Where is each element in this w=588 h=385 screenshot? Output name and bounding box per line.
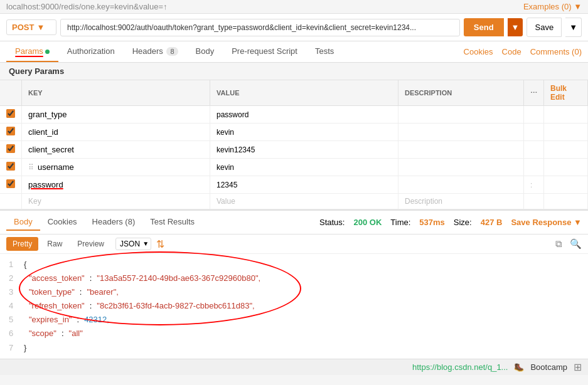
col-val-header: VALUE	[210, 80, 398, 106]
placeholder-value[interactable]: Value	[210, 194, 398, 209]
time-value: 537ms	[419, 218, 444, 227]
tab-authorization[interactable]: Authorization	[58, 41, 124, 62]
row-more[interactable]: :	[524, 176, 544, 194]
row-value: 12345	[210, 176, 398, 194]
table-row: grant_typepassword	[0, 106, 588, 124]
send-dropdown-button[interactable]: ▼	[508, 18, 523, 36]
row-desc	[398, 159, 524, 176]
status-area: Status: 200 OK Time: 537ms Size: 427 B S…	[319, 218, 582, 227]
table-row: password12345:	[0, 176, 588, 194]
resp-tab-cookies[interactable]: Cookies	[40, 214, 85, 231]
size-label: Size:	[454, 218, 472, 227]
boot-icon: 🥾	[514, 362, 524, 372]
tab-pre-request[interactable]: Pre-request Script	[223, 41, 306, 62]
row-desc	[398, 124, 524, 141]
row-more[interactable]	[524, 141, 544, 159]
bottom-bar: https://blog.csdn.net/q_1... 🥾 Bootcamp …	[0, 359, 588, 375]
row-key: client_id	[22, 124, 210, 141]
col-more: ⋯	[524, 80, 544, 106]
time-label: Time:	[390, 218, 410, 227]
row-more[interactable]	[524, 159, 544, 176]
row-value: password	[210, 106, 398, 124]
json-line: 4 "refresh_token": "8c2b3f61-63fd-4acb-9…	[9, 299, 579, 313]
row-checkbox[interactable]	[6, 144, 15, 153]
send-button[interactable]: Send	[464, 18, 504, 36]
json-line: 2 "access_token": "13a5a557-2140-49bd-ae…	[9, 272, 579, 285]
tab-params[interactable]: Params	[6, 41, 58, 62]
status-value: 200 OK	[353, 218, 382, 227]
row-desc	[398, 176, 524, 194]
save-dropdown-button[interactable]: ▼	[565, 18, 582, 37]
save-response-button[interactable]: Save Response ▼	[511, 218, 582, 227]
row-checkbox[interactable]	[6, 179, 15, 188]
bulk-edit-btn[interactable]: Bulk Edit	[544, 80, 588, 106]
row-value: kevin	[210, 159, 398, 176]
col-check	[0, 80, 22, 106]
save-button[interactable]: Save	[527, 18, 562, 37]
json-format-select[interactable]: JSON XML HTML Text	[115, 238, 151, 250]
col-key-header: KEY	[22, 80, 210, 106]
col-desc-header: DESCRIPTION	[398, 80, 524, 106]
tab-body[interactable]: Body	[187, 41, 223, 62]
json-format-select-wrap: JSON XML HTML Text ▼	[115, 238, 151, 250]
json-line: 7}	[9, 341, 579, 355]
resp-tab-test-results[interactable]: Test Results	[142, 214, 202, 231]
json-line: 5 "expires_in": 42312,	[9, 313, 579, 327]
tab-tests[interactable]: Tests	[306, 41, 343, 62]
tab-right: Cookies Code Comments (0)	[464, 47, 582, 56]
resp-tab-headers[interactable]: Headers (8)	[85, 214, 143, 231]
row-checkbox[interactable]	[6, 109, 15, 118]
placeholder-key[interactable]: Key	[22, 194, 210, 209]
row-checkbox[interactable]	[6, 127, 15, 135]
table-placeholder-row: Key Value Description	[0, 194, 588, 209]
row-checkbox[interactable]	[6, 162, 15, 171]
response-bar: Body Cookies Headers (8) Test Results St…	[0, 209, 588, 235]
row-key: grant_type	[22, 106, 210, 124]
status-label: Status:	[319, 218, 345, 227]
size-value: 427 B	[481, 218, 503, 227]
row-key: client_secret	[22, 141, 210, 159]
search-icon[interactable]: 🔍	[570, 238, 582, 250]
json-line: 6 "scope": "all"	[9, 327, 579, 340]
breadcrumb-text: localhost:9000/redis/one.key=kevin&value…	[6, 2, 168, 11]
drag-handle[interactable]: ⠿	[28, 163, 34, 172]
filter-icon[interactable]: ⇅	[156, 238, 164, 250]
response-tabs: Body Cookies Headers (8) Test Results	[6, 214, 202, 231]
resp-tab-body[interactable]: Body	[6, 214, 40, 231]
tab-headers[interactable]: Headers 8	[124, 41, 187, 62]
cookies-link[interactable]: Cookies	[464, 47, 493, 56]
copy-icon[interactable]: ⧉	[555, 238, 562, 250]
row-key: ⠿username	[22, 159, 210, 176]
row-more[interactable]	[524, 106, 544, 124]
tabs-row: Params Authorization Headers 8 Body Pre-…	[0, 41, 588, 63]
row-desc	[398, 106, 524, 124]
grid-icon: ⊞	[574, 361, 582, 373]
placeholder-desc[interactable]: Description	[398, 194, 524, 209]
table-row: ⠿usernamekevin	[0, 159, 588, 176]
section-header: Query Params	[0, 63, 588, 80]
method-select[interactable]: POST ▼	[6, 19, 56, 35]
toolbar: POST ▼ Send ▼ Save ▼	[0, 14, 588, 41]
method-dropdown-icon: ▼	[36, 23, 45, 32]
breadcrumb-bar: localhost:9000/redis/one.key=kevin&value…	[0, 0, 588, 14]
examples-link[interactable]: Examples (0) ▼	[523, 2, 582, 11]
table-row: client_secretkevin12345	[0, 141, 588, 159]
json-line: 3 "token_type": "bearer",	[9, 285, 579, 299]
json-output: 1{2 "access_token": "13a5a557-2140-49bd-…	[0, 254, 588, 359]
comments-link[interactable]: Comments (0)	[530, 47, 582, 56]
table-row: client_idkevin	[0, 124, 588, 141]
inner-tab-raw[interactable]: Raw	[41, 237, 68, 251]
query-params-section: Query Params KEY VALUE DESCRIPTION ⋯ Bul…	[0, 63, 588, 209]
inner-tab-preview[interactable]: Preview	[71, 237, 110, 251]
inner-tab-pretty[interactable]: Pretty	[6, 237, 38, 251]
bootcamp-link[interactable]: Bootcamp	[530, 362, 567, 372]
url-hint: https://blog.csdn.net/q_1...	[412, 362, 508, 372]
code-link[interactable]: Code	[502, 47, 521, 56]
row-value: kevin	[210, 124, 398, 141]
url-input[interactable]	[60, 19, 460, 36]
inner-tabs-row: Pretty Raw Preview JSON XML HTML Text ▼ …	[0, 235, 588, 254]
row-key: password	[22, 176, 210, 194]
params-table-wrapper: KEY VALUE DESCRIPTION ⋯ Bulk Edit grant_…	[0, 80, 588, 209]
method-label: POST	[12, 23, 34, 32]
row-more[interactable]	[524, 124, 544, 141]
